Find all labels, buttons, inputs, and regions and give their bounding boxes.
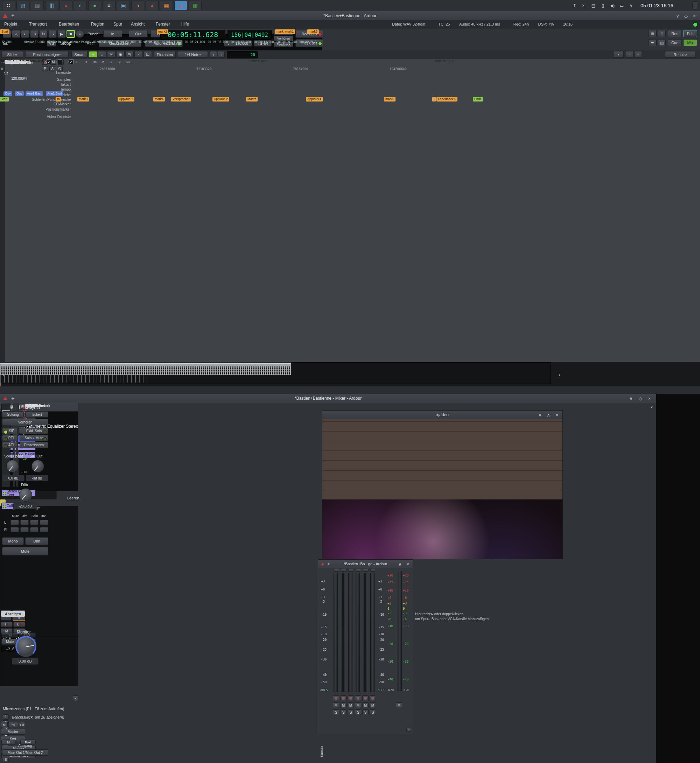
- transport-button-8[interactable]: ●: [76, 30, 84, 38]
- list-icon-button[interactable]: ▤: [658, 39, 666, 46]
- meter-record-button[interactable]: [340, 696, 347, 701]
- channel-row[interactable]: kameramic1: [0, 557, 78, 563]
- menu-projekt[interactable]: Projekt: [4, 22, 17, 27]
- mixer-close-button[interactable]: ×: [645, 396, 653, 401]
- meter-solo-button[interactable]: S: [333, 710, 339, 715]
- xjadeo-minimize-button[interactable]: ∨: [536, 412, 544, 417]
- paint-app-icon[interactable]: ◐: [74, 1, 87, 10]
- page-cue-button[interactable]: Cue: [668, 39, 682, 46]
- meterbridge-titlebar[interactable]: ✚ *Bastien+Ba...ge - Ardour ∧ ×: [318, 560, 412, 568]
- transport-button-7[interactable]: ■: [67, 30, 75, 38]
- exclusive-solo-button[interactable]: Exkl. Solo: [20, 428, 48, 434]
- position-marker[interactable]: mark3: [77, 97, 89, 102]
- volume-icon[interactable]: ◀): [608, 2, 616, 9]
- meter-record-button[interactable]: [370, 696, 376, 701]
- monitor-cell-L-Solo[interactable]: [30, 520, 39, 525]
- edit-point-dropdown[interactable]: Positionszeiger▾: [25, 51, 69, 58]
- meter-mute-button[interactable]: M: [396, 702, 402, 708]
- position-marker[interactable]: mark4: [153, 97, 165, 102]
- editor-summary[interactable]: ‹›: [0, 362, 700, 387]
- monitor-level-knob[interactable]: [16, 636, 36, 657]
- scene-button-1[interactable]: 1: [3, 715, 9, 719]
- meter-scroll-right[interactable]: ›: [406, 728, 411, 732]
- solo-mute-button[interactable]: Solo » Mute: [20, 435, 48, 441]
- mute-button[interactable]: M: [50, 59, 56, 65]
- position-marker[interactable]: Applaus 1: [117, 97, 134, 102]
- punch-out-button[interactable]: Out: [129, 30, 148, 38]
- menu-transport[interactable]: Transport: [29, 22, 47, 27]
- summary-overview[interactable]: [0, 362, 551, 384]
- layout-icon-button[interactable]: ⊞: [648, 30, 656, 37]
- monitor-level-value[interactable]: 0,00 dB: [12, 658, 39, 664]
- meter-input-button[interactable]: [356, 569, 361, 572]
- menu-region[interactable]: Region: [91, 22, 104, 27]
- position-marker[interactable]: Applaus 2: [212, 97, 229, 102]
- range-tool-icon[interactable]: ⇔: [98, 51, 106, 58]
- audition-button[interactable]: Vorhören: [2, 419, 48, 425]
- menu-bearbeiten[interactable]: Bearbeiten: [59, 22, 79, 27]
- meter-record-button[interactable]: [362, 696, 369, 701]
- transport-button-1[interactable]: △: [12, 30, 20, 38]
- layout-count-button[interactable]: 3: [658, 30, 666, 37]
- cd-marker[interactable]: Arie1 Bast: [25, 91, 43, 96]
- menu-spur[interactable]: Spur: [113, 22, 122, 27]
- position-marker[interactable]: m: [56, 97, 61, 102]
- group-row[interactable]: ✓Kamera Flickwerk: [0, 676, 78, 683]
- sip-cut-knob[interactable]: [31, 460, 44, 472]
- meter-channel-name-box[interactable]: Applaus: [318, 757, 325, 763]
- output-button[interactable]: Master: [1, 729, 25, 735]
- terminal-icon[interactable]: >_: [580, 2, 588, 9]
- files-app-icon[interactable]: ▣: [117, 1, 130, 10]
- timeline-marker[interactable]: mark3: [307, 30, 319, 34]
- editor-close-button[interactable]: ×: [690, 13, 698, 19]
- window-preview-2[interactable]: ▨: [31, 1, 44, 10]
- window-preview-1[interactable]: ▧: [16, 1, 30, 10]
- position-marker[interactable]: Applaus 4: [306, 97, 323, 102]
- menu-fenster[interactable]: Fenster: [156, 22, 170, 27]
- menu-ansicht[interactable]: Ansicht: [131, 22, 145, 27]
- meter-mute-button[interactable]: M: [370, 702, 376, 708]
- zoom-out-button[interactable]: −: [626, 51, 633, 58]
- meter-mute-button[interactable]: M: [348, 702, 354, 708]
- tray-chevron-icon[interactable]: ∨: [627, 2, 635, 9]
- editor-minimize-button[interactable]: ∨: [673, 13, 682, 19]
- page-rec-button[interactable]: Rec: [668, 30, 682, 37]
- processors-button[interactable]: Prozessoren: [20, 442, 48, 448]
- meter-channel-name-box[interactable]: Kamera: [318, 734, 325, 757]
- group-row[interactable]: ✓Cam2: [0, 670, 78, 676]
- channel-row[interactable]: Cam 1.1: [0, 582, 78, 588]
- meter-solo-button[interactable]: S: [348, 710, 354, 715]
- meter-mute-button[interactable]: M: [355, 702, 361, 708]
- sip-button[interactable]: SiP: [2, 428, 17, 434]
- meter-solo-button[interactable]: S: [355, 710, 361, 715]
- meter-input-button[interactable]: [363, 569, 369, 572]
- meter-icon-button[interactable]: ≣: [648, 39, 656, 46]
- xjadeo-close-button[interactable]: ×: [553, 412, 561, 417]
- ardour-active-icon[interactable]: ▲: [174, 1, 187, 10]
- monitor-cell-R-Solo[interactable]: [30, 527, 39, 532]
- meterbridge-close-button[interactable]: ×: [403, 561, 412, 567]
- channel-row[interactable]: kameramic2: [0, 563, 78, 569]
- position-marker[interactable]: |: [432, 97, 436, 102]
- channel-row[interactable]: Funk Mix: [0, 569, 78, 575]
- pag-button-g[interactable]: G: [57, 66, 62, 71]
- solo-iso-button[interactable]: I: [1, 622, 12, 627]
- meter-mute-button[interactable]: M: [362, 702, 369, 708]
- timeline-marker[interactable]: mark1: [283, 30, 295, 34]
- table-checkbox[interactable]: [58, 59, 62, 64]
- edit-tool-icon[interactable]: ☑: [144, 51, 152, 58]
- dim-knob[interactable]: [19, 488, 32, 502]
- soloing-button[interactable]: Soloing: [2, 411, 24, 417]
- menu-hilfe[interactable]: Hilfe: [181, 22, 189, 27]
- page-mix-button[interactable]: Mix: [683, 39, 697, 46]
- editor-maximize-button[interactable]: ◇: [682, 13, 690, 19]
- monitor-cell-R-Dim[interactable]: [20, 527, 29, 532]
- monitor-cell-R-Mute[interactable]: [11, 527, 19, 532]
- channel-row[interactable]: Cam 2 1: [0, 600, 78, 607]
- channel-list[interactable]: ✓a3_Bastien.avi✓Kamera✓Applaus✓Nahfeldmi…: [0, 506, 78, 638]
- lock-button[interactable]: L: [13, 622, 25, 627]
- page-edit-button[interactable]: Edit: [683, 30, 697, 37]
- stretch-tool-icon[interactable]: ↹: [125, 51, 134, 58]
- mono-button[interactable]: Mono: [2, 537, 24, 545]
- show-desktop-button[interactable]: [692, 2, 698, 9]
